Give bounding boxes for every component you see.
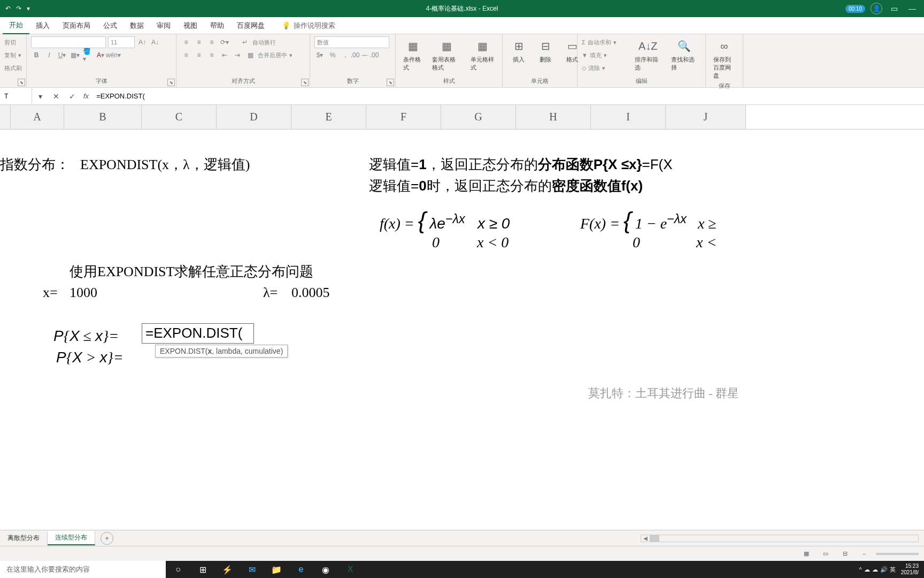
- font-launcher-icon[interactable]: ⬊: [167, 79, 175, 86]
- sheet-tab-continuous[interactable]: 连续型分布: [48, 531, 95, 545]
- col-header-d[interactable]: D: [217, 105, 291, 129]
- increase-font-icon[interactable]: A↑: [137, 37, 148, 48]
- number-launcher-icon[interactable]: ⬊: [387, 79, 394, 86]
- decrease-font-icon[interactable]: A↓: [150, 37, 160, 48]
- align-right-icon[interactable]: ≡: [206, 50, 217, 60]
- font-family-select[interactable]: [31, 36, 106, 48]
- onedrive-icon[interactable]: ☁: [864, 566, 870, 573]
- number-format-select[interactable]: 数值: [314, 36, 389, 48]
- sheet-tab-discrete[interactable]: 离散型分布: [0, 531, 48, 545]
- border-icon[interactable]: ▦▾: [70, 50, 80, 60]
- active-edit-cell[interactable]: =EXPON.DIST(: [142, 323, 254, 344]
- col-header-c[interactable]: C: [142, 105, 217, 129]
- tab-layout[interactable]: 页面布局: [56, 18, 97, 34]
- align-middle-icon[interactable]: ≡: [194, 37, 204, 48]
- indent-decrease-icon[interactable]: ⇤: [219, 50, 230, 60]
- volume-icon[interactable]: 🔊: [880, 566, 888, 573]
- fill-button[interactable]: ▼ 填充▾: [582, 49, 628, 61]
- qat-dropdown-icon[interactable]: ▾: [27, 5, 30, 12]
- decrease-decimal-icon[interactable]: ←.00: [366, 50, 376, 60]
- namebox-dropdown-icon[interactable]: ▾: [32, 92, 48, 101]
- col-header-e[interactable]: E: [291, 105, 366, 129]
- tab-formulas[interactable]: 公式: [97, 18, 124, 34]
- taskbar-search[interactable]: 在这里输入你要搜索的内容: [0, 561, 166, 578]
- normal-view-icon[interactable]: ▦: [799, 549, 814, 559]
- align-bottom-icon[interactable]: ≡: [206, 37, 217, 48]
- underline-icon[interactable]: U▾: [57, 50, 67, 60]
- italic-icon[interactable]: I: [44, 50, 55, 60]
- bold-icon[interactable]: B: [31, 50, 42, 60]
- tab-home[interactable]: 开始: [3, 17, 29, 34]
- edge-icon[interactable]: e: [289, 561, 313, 578]
- taskbar-clock[interactable]: 15:23 2021/8/: [898, 563, 922, 576]
- cortana-icon[interactable]: ○: [166, 561, 190, 578]
- wrap-text-icon[interactable]: ↵: [240, 37, 250, 48]
- explorer-icon[interactable]: 📁: [264, 561, 289, 578]
- redo-icon[interactable]: ↷: [16, 5, 21, 12]
- formula-tooltip[interactable]: EXPON.DIST(x, lambda, cumulative): [155, 345, 288, 358]
- align-center-icon[interactable]: ≡: [194, 50, 204, 60]
- font-color-icon[interactable]: A▾: [95, 50, 106, 60]
- task-view-icon[interactable]: ⊞: [190, 561, 215, 578]
- undo-icon[interactable]: ↶: [5, 5, 11, 12]
- zoom-out-icon[interactable]: −: [857, 549, 872, 559]
- ribbon-options-icon[interactable]: ▭: [888, 2, 900, 15]
- tab-baidu[interactable]: 百度网盘: [230, 18, 271, 34]
- new-sheet-button[interactable]: +: [101, 532, 113, 545]
- tray-chevron-icon[interactable]: ^: [859, 566, 861, 573]
- name-box[interactable]: T: [0, 88, 32, 104]
- select-all-corner[interactable]: [0, 105, 11, 129]
- app-icon-1[interactable]: ⚡: [215, 561, 240, 578]
- cancel-formula-icon[interactable]: ✕: [48, 92, 64, 101]
- col-header-i[interactable]: I: [591, 105, 666, 129]
- save-baidu-button[interactable]: ∞保存到百度网盘: [710, 36, 738, 81]
- tab-view[interactable]: 视图: [177, 18, 204, 34]
- sort-filter-button[interactable]: A↓Z排序和筛选: [632, 36, 665, 73]
- align-launcher-icon[interactable]: ⬊: [301, 79, 309, 86]
- clear-button[interactable]: ◇ 清除▾: [582, 62, 628, 74]
- minimize-icon[interactable]: —: [906, 2, 919, 15]
- ime-indicator[interactable]: 英: [890, 566, 896, 574]
- col-header-g[interactable]: G: [441, 105, 516, 129]
- formula-input[interactable]: [92, 92, 924, 100]
- col-header-j[interactable]: J: [666, 105, 746, 129]
- currency-icon[interactable]: $▾: [314, 50, 325, 60]
- clipboard-launcher-icon[interactable]: ⬊: [18, 79, 25, 86]
- tab-help[interactable]: 帮助: [204, 18, 230, 34]
- delete-cells-button[interactable]: ⊟删除: [534, 36, 557, 65]
- tab-review[interactable]: 审阅: [150, 18, 177, 34]
- tell-me[interactable]: 💡 操作说明搜索: [282, 21, 335, 31]
- table-format-button[interactable]: ▦套用表格格式: [429, 36, 464, 73]
- insert-cells-button[interactable]: ⊞插入: [507, 36, 530, 65]
- horizontal-scrollbar[interactable]: ◂: [641, 535, 919, 542]
- conditional-format-button[interactable]: ▦条件格式: [400, 36, 426, 73]
- col-header-b[interactable]: B: [64, 105, 142, 129]
- phonetic-icon[interactable]: wén▾: [108, 50, 119, 60]
- chrome-icon[interactable]: ◉: [313, 561, 338, 578]
- increase-decimal-icon[interactable]: .00→: [353, 50, 364, 60]
- fill-color-icon[interactable]: 🪣▾: [82, 50, 93, 60]
- merge-icon[interactable]: ▦: [245, 50, 256, 60]
- align-left-icon[interactable]: ≡: [181, 50, 191, 60]
- col-header-a[interactable]: A: [11, 105, 64, 129]
- font-size-select[interactable]: 11: [108, 36, 135, 48]
- page-layout-icon[interactable]: ▭: [818, 549, 833, 559]
- cut-button[interactable]: 剪切: [4, 36, 22, 48]
- format-painter-button[interactable]: 格式刷: [4, 62, 22, 74]
- col-header-h[interactable]: H: [516, 105, 591, 129]
- fx-icon[interactable]: fx: [80, 92, 92, 100]
- weather-icon[interactable]: ☁: [872, 566, 878, 573]
- tab-insert[interactable]: 插入: [29, 18, 56, 34]
- grid-area[interactable]: 指数分布： EXPONDIST(x，λ，逻辑值) 逻辑值=1，返回正态分布的分布…: [0, 130, 924, 408]
- percent-icon[interactable]: %: [327, 50, 338, 60]
- zoom-slider[interactable]: [876, 553, 919, 555]
- page-break-icon[interactable]: ⊟: [837, 549, 852, 559]
- cell-styles-button[interactable]: ▦单元格样式: [467, 36, 498, 73]
- align-top-icon[interactable]: ≡: [181, 37, 191, 48]
- enter-formula-icon[interactable]: ✓: [64, 92, 80, 101]
- find-select-button[interactable]: 🔍查找和选择: [668, 36, 701, 73]
- copy-button[interactable]: 复制▾: [4, 49, 22, 61]
- account-icon[interactable]: 👤: [871, 3, 882, 14]
- autosum-button[interactable]: Σ 自动求和▾: [582, 36, 628, 48]
- orientation-icon[interactable]: ⟳▾: [219, 37, 230, 48]
